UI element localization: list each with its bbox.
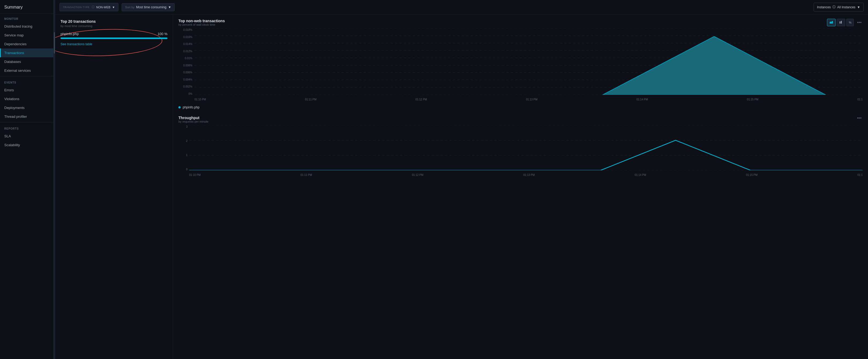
top-chart-section: Top non-web transactions by percent of w… (179, 19, 863, 109)
top-chart-title: Top non-web transactions (179, 19, 225, 23)
top-chart-header: Top non-web transactions by percent of w… (179, 19, 863, 26)
throughput-subtitle: by requests per minute (179, 120, 209, 123)
throughput-svg (189, 125, 863, 170)
content-area: Top 20 transactions by most time consumi… (55, 14, 868, 359)
top-chart-svg (194, 28, 863, 95)
svg-rect-0 (840, 22, 840, 24)
y-label-2: 0.014% (183, 42, 192, 45)
y-label-7: 0.004% (183, 78, 192, 81)
throughput-x-4: 01:14 PM (635, 173, 646, 176)
sidebar-item-thread-profiler[interactable]: Thread profiler (0, 112, 53, 121)
sort-chevron-icon: ▼ (168, 5, 171, 9)
main-content: TRANSACTION TYPE ⓘ NON-WEB ▼ Sort by Mos… (55, 0, 868, 359)
sidebar-section-reports: REPORTS (0, 123, 53, 132)
x-label-3: 01:13 PM (526, 98, 537, 101)
transaction-type-label: TRANSACTION TYPE (63, 6, 90, 8)
sidebar-item-service-map[interactable]: Service map (0, 31, 53, 40)
sidebar-item-deployments[interactable]: Deployments (0, 103, 53, 112)
transaction-type-button[interactable]: TRANSACTION TYPE ⓘ NON-WEB ▼ (60, 3, 118, 11)
throughput-x-0: 01:10 PM (189, 173, 201, 176)
throughput-title-group: Throughput by requests per minute (179, 116, 209, 123)
sidebar-item-external-services[interactable]: External services (0, 66, 53, 75)
sidebar-item-errors[interactable]: Errors (0, 86, 53, 95)
sidebar-divider-2 (0, 122, 53, 122)
throughput-y-1: 1 (186, 154, 188, 157)
top-transactions-title: Top 20 transactions (61, 19, 167, 24)
instances-label: Instances (817, 5, 831, 9)
transaction-type-value: NON-WEB (96, 6, 111, 9)
throughput-y-2: 2 (186, 139, 188, 142)
transaction-row: phpinfo.php 100 % (61, 32, 167, 36)
sidebar-item-transactions[interactable]: Transactions (0, 48, 53, 57)
x-label-6: 01:1 (858, 98, 863, 101)
throughput-x-2: 01:12 PM (412, 173, 424, 176)
bar-chart-icon (839, 20, 843, 24)
left-panel: Top 20 transactions by most time consumi… (55, 14, 173, 359)
sidebar-item-databases[interactable]: Databases (0, 57, 53, 66)
svg-rect-1 (841, 21, 842, 24)
throughput-x-1: 01:11 PM (301, 173, 312, 176)
sidebar-summary[interactable]: Summary (0, 0, 53, 14)
transaction-type-chevron-icon: ▼ (112, 6, 115, 9)
sidebar-item-sla[interactable]: SLA (0, 132, 53, 140)
y-label-6: 0.006% (183, 71, 192, 74)
throughput-x-axis: 01:10 PM 01:11 PM 01:12 PM 01:13 PM 01:1… (189, 171, 863, 179)
y-label-9: 0% (189, 92, 192, 95)
sidebar-divider-1 (0, 76, 53, 76)
chart-ctrl-pct[interactable]: % (846, 19, 854, 26)
instances-button[interactable]: Instances ⓘ All Instances ▼ (814, 3, 864, 11)
legend-label-phpinfo: phpinfo.php (183, 105, 199, 109)
throughput-y-axis: 3 2 1 0 (179, 125, 189, 171)
throughput-more-icon[interactable]: ••• (856, 116, 863, 121)
y-label-0: 0.018% (183, 28, 192, 31)
transaction-bar-bg (61, 37, 167, 39)
throughput-y-0: 0 (186, 168, 188, 171)
throughput-y-3: 3 (186, 125, 188, 128)
instances-info-icon: ⓘ (832, 5, 836, 9)
throughput-title: Throughput (179, 116, 209, 120)
top-chart-area: 0.018% 0.016% 0.014% 0.012% 0.01% 0.008%… (179, 28, 863, 103)
top-chart-triangle (603, 36, 826, 95)
sidebar-item-dependencies[interactable]: Dependencies (0, 40, 53, 48)
see-transactions-link[interactable]: See transactions table (61, 42, 167, 46)
transaction-type-info-icon: ⓘ (92, 5, 95, 9)
sort-label: Sort by (125, 6, 134, 9)
sidebar-item-violations[interactable]: Violations (0, 95, 53, 103)
sort-value: Most time consuming (136, 5, 166, 9)
sidebar: Summary MONITOR Distributed tracing Serv… (0, 0, 54, 359)
top-chart-title-group: Top non-web transactions by percent of w… (179, 19, 225, 26)
sidebar-section-events: EVENTS (0, 77, 53, 86)
transaction-pct: 100 % (157, 32, 167, 36)
sidebar-item-distributed-tracing[interactable]: Distributed tracing (0, 22, 53, 31)
sidebar-item-scalability[interactable]: Scalability (0, 140, 53, 150)
transaction-item: phpinfo.php 100 % (61, 32, 167, 39)
area-chart-icon (830, 20, 833, 24)
top-chart-subtitle: by percent of wall clock time (179, 23, 225, 26)
chart-ctrl-area[interactable] (827, 19, 836, 26)
x-label-5: 01:15 PM (747, 98, 758, 101)
x-label-2: 01:12 PM (415, 98, 427, 101)
x-label-1: 01:11 PM (305, 98, 316, 101)
x-label-4: 01:14 PM (637, 98, 648, 101)
sidebar-section-monitor: MONITOR (0, 14, 53, 22)
chart-ctrl-bar[interactable] (837, 19, 845, 26)
throughput-chart-header: Throughput by requests per minute ••• (179, 116, 863, 123)
throughput-x-6: 01:1 (858, 173, 863, 176)
instances-chevron-icon: ▼ (857, 5, 860, 9)
sort-button[interactable]: Sort by Most time consuming ▼ (122, 3, 175, 11)
y-label-4: 0.01% (185, 57, 192, 60)
y-label-5: 0.008% (183, 64, 192, 67)
topbar: TRANSACTION TYPE ⓘ NON-WEB ▼ Sort by Mos… (55, 0, 868, 14)
x-axis: 01:10 PM 01:11 PM 01:12 PM 01:13 PM 01:1… (194, 95, 863, 103)
top-transactions-subtitle: by most time consuming (61, 24, 167, 28)
transaction-name: phpinfo.php (61, 32, 79, 36)
y-label-8: 0.002% (183, 85, 192, 88)
throughput-x-5: 01:15 PM (746, 173, 757, 176)
throughput-chart-area: 3 2 1 0 (179, 125, 863, 179)
throughput-x-3: 01:13 PM (523, 173, 535, 176)
transaction-bar-fill (61, 37, 167, 39)
y-label-3: 0.012% (183, 50, 192, 53)
chart-more-icon[interactable]: ••• (856, 20, 863, 25)
chart-controls: % (827, 19, 854, 26)
right-panel: Top non-web transactions by percent of w… (173, 14, 868, 359)
